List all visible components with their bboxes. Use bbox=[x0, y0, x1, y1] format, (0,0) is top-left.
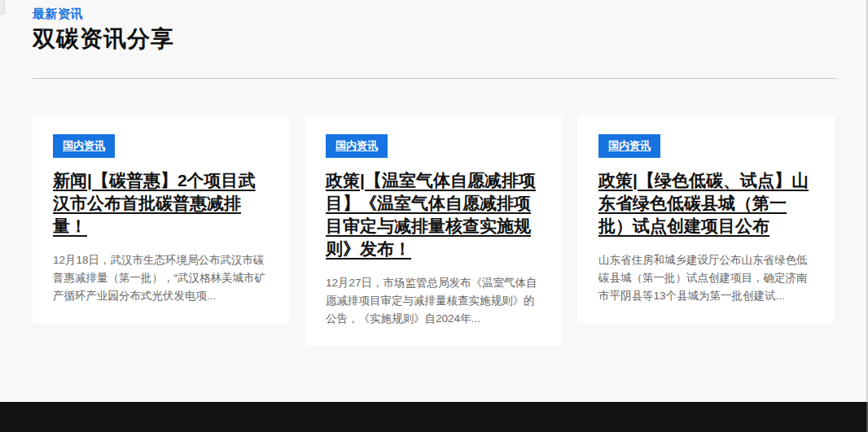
news-card-2[interactable]: 国内资讯 政策|【温室气体自愿减排项目】《温室气体自愿减排项目审定与减排量核查实… bbox=[305, 116, 562, 346]
scrollbar-fragment bbox=[0, 0, 5, 15]
article-excerpt: 12月27日，市场监管总局发布《温室气体自愿减排项目审定与减排量核查实施规则》的… bbox=[326, 274, 541, 328]
section-eyebrow: 最新资讯 bbox=[33, 7, 836, 22]
news-card-3[interactable]: 国内资讯 政策|【绿色低碳、试点】山东省绿色低碳县城（第一批）试点创建项目公布 … bbox=[578, 116, 835, 323]
footer-bar bbox=[0, 402, 868, 432]
news-card-list: 国内资讯 新闻|【碳普惠】2个项目武汉市公布首批碳普惠减排量！ 12月18日，武… bbox=[33, 116, 836, 346]
news-card-1[interactable]: 国内资讯 新闻|【碳普惠】2个项目武汉市公布首批碳普惠减排量！ 12月18日，武… bbox=[33, 116, 289, 323]
main-content: 最新资讯 双碳资讯分享 国内资讯 新闻|【碳普惠】2个项目武汉市公布首批碳普惠减… bbox=[33, 7, 836, 346]
page-title: 双碳资讯分享 bbox=[33, 25, 836, 53]
category-badge[interactable]: 国内资讯 bbox=[53, 134, 115, 158]
category-badge[interactable]: 国内资讯 bbox=[326, 134, 388, 158]
article-title-link[interactable]: 政策|【绿色低碳、试点】山东省绿色低碳县城（第一批）试点创建项目公布 bbox=[598, 169, 814, 238]
article-excerpt: 12月18日，武汉市生态环境局公布武汉市碳普惠减排量（第一批），“武汉格林美城市… bbox=[53, 251, 269, 305]
category-badge[interactable]: 国内资讯 bbox=[598, 134, 660, 158]
section-divider bbox=[33, 78, 836, 79]
article-excerpt: 山东省住房和城乡建设厅公布山东省绿色低碳县城（第一批）试点创建项目，确定济南市平… bbox=[598, 251, 814, 305]
article-title-link[interactable]: 政策|【温室气体自愿减排项目】《温室气体自愿减排项目审定与减排量核查实施规则》发… bbox=[326, 169, 541, 260]
article-title-link[interactable]: 新闻|【碳普惠】2个项目武汉市公布首批碳普惠减排量！ bbox=[53, 169, 269, 238]
